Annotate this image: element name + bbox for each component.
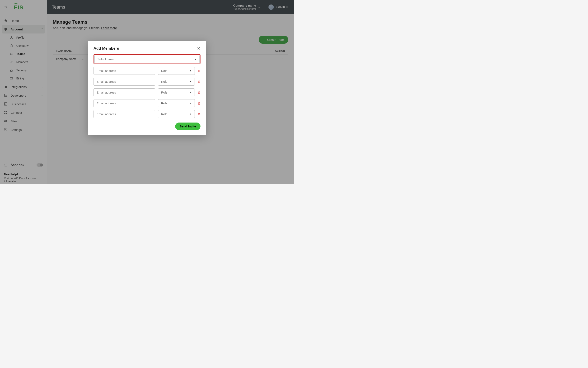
modal-overlay: Add Members Select team ▼ Role ▼ xyxy=(0,0,294,184)
close-icon[interactable] xyxy=(197,46,200,50)
role-placeholder: Role xyxy=(161,69,167,73)
select-team-dropdown[interactable]: Select team ▼ xyxy=(94,55,200,63)
add-members-modal: Add Members Select team ▼ Role ▼ xyxy=(88,41,206,135)
caret-down-icon: ▼ xyxy=(195,58,197,60)
delete-row-icon[interactable] xyxy=(198,69,200,72)
email-input[interactable] xyxy=(93,110,155,118)
caret-down-icon: ▼ xyxy=(190,91,192,93)
select-team-placeholder: Select team xyxy=(97,57,114,61)
member-rows: Role ▼ Role ▼ Role ▼ xyxy=(93,67,200,118)
role-placeholder: Role xyxy=(161,91,167,94)
role-select[interactable]: Role ▼ xyxy=(158,67,195,75)
role-placeholder: Role xyxy=(161,101,167,105)
delete-row-icon[interactable] xyxy=(198,102,200,105)
caret-down-icon: ▼ xyxy=(190,70,192,72)
delete-row-icon[interactable] xyxy=(198,91,200,94)
select-team-highlight: Select team ▼ xyxy=(93,54,200,64)
modal-header: Add Members xyxy=(93,46,200,51)
member-row: Role ▼ xyxy=(93,67,200,75)
email-input[interactable] xyxy=(93,99,155,107)
delete-row-icon[interactable] xyxy=(198,113,200,116)
member-row: Role ▼ xyxy=(93,88,200,96)
role-placeholder: Role xyxy=(161,112,167,116)
member-row: Role ▼ xyxy=(93,99,200,107)
caret-down-icon: ▼ xyxy=(190,81,192,83)
modal-footer: Send Invite xyxy=(93,122,200,130)
member-row: Role ▼ xyxy=(93,110,200,118)
email-input[interactable] xyxy=(93,88,155,96)
role-placeholder: Role xyxy=(161,80,167,83)
member-row: Role ▼ xyxy=(93,78,200,86)
modal-title: Add Members xyxy=(93,46,119,51)
role-select[interactable]: Role ▼ xyxy=(158,78,195,86)
email-input[interactable] xyxy=(93,78,155,86)
email-input[interactable] xyxy=(93,67,155,75)
send-invite-button[interactable]: Send Invite xyxy=(175,122,200,130)
delete-row-icon[interactable] xyxy=(198,80,200,83)
caret-down-icon: ▼ xyxy=(190,113,192,115)
role-select[interactable]: Role ▼ xyxy=(158,99,195,107)
role-select[interactable]: Role ▼ xyxy=(158,110,195,118)
caret-down-icon: ▼ xyxy=(190,102,192,104)
role-select[interactable]: Role ▼ xyxy=(158,88,195,96)
